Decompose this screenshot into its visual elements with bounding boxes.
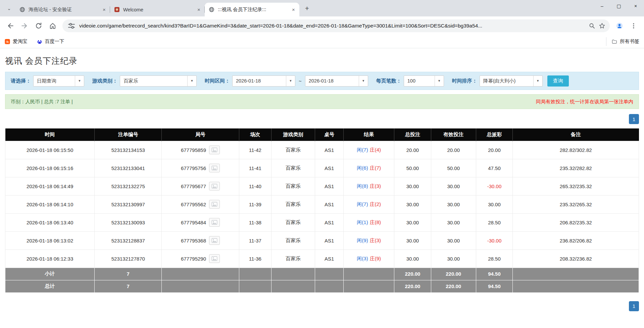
page-size-select[interactable]: 100 ▼ — [404, 75, 444, 87]
menu-icon[interactable] — [627, 19, 641, 33]
result-player: 闲(6) — [357, 165, 368, 171]
column-header: 结果 — [344, 128, 394, 141]
cell-valid-bet: 30.00 — [431, 231, 476, 250]
cell-payout: 28.50 — [476, 213, 513, 231]
site-settings-icon[interactable] — [67, 21, 76, 30]
cell-payout: -30.00 — [476, 231, 513, 250]
url-text[interactable]: videoie.com/game/betrecord_search/kind3?… — [79, 23, 482, 29]
browser-tab[interactable]: 海燕论坛 - 安全验证× — [15, 3, 110, 16]
cell-round: 677795859 — [162, 141, 239, 159]
cell-total-bet[interactable]: 50.00 — [394, 159, 431, 177]
tab-close-icon[interactable]: × — [290, 6, 297, 13]
total-total-bet: 220.00 — [394, 280, 431, 292]
cell-time: 2026-01-18 06:15:16 — [5, 159, 95, 177]
summary-bar: 币别：人民币 | 总共 :7 注单 | 同局有效投注，统一计算在该局第一张注单内 — [5, 94, 639, 109]
bookmark-label: 百度一下 — [45, 38, 64, 45]
tab-close-icon[interactable]: × — [101, 6, 107, 13]
cell-result: 闲(7)庄(2) — [344, 195, 394, 213]
bookmark-item[interactable]: 淘爱淘宝 — [5, 38, 28, 45]
column-header: 桌号 — [315, 128, 344, 141]
cell-note: 206.82/235.32 — [513, 213, 639, 231]
zoom-icon[interactable] — [587, 21, 597, 31]
round-replay-icon[interactable] — [209, 164, 220, 172]
result-banker: 庄(3) — [370, 183, 381, 189]
result-banker: 庄(3) — [370, 237, 381, 243]
cell-result: 闲(8)庄(3) — [344, 177, 394, 195]
cell-table: AS1 — [315, 250, 344, 268]
baidu-icon — [37, 39, 42, 44]
cell-session: 11-41 — [239, 159, 271, 177]
total-valid-bet: 220.00 — [431, 280, 476, 292]
cell-round: 677795368 — [162, 231, 239, 250]
round-replay-icon[interactable] — [209, 182, 220, 190]
round-replay-icon[interactable] — [209, 218, 220, 227]
browser-tab[interactable]: :::视讯 会员下注纪录:::× — [205, 3, 299, 16]
cell-bet-id: 523132132275 — [95, 177, 162, 195]
cell-time: 2026-01-18 06:14:10 — [5, 195, 95, 213]
round-replay-icon[interactable] — [209, 236, 220, 245]
pagination-page-1-button[interactable]: 1 — [629, 114, 639, 124]
profile-icon[interactable] — [612, 19, 627, 33]
all-bookmarks-label: 所有书签 — [620, 38, 639, 45]
search-button[interactable]: 查询 — [547, 75, 569, 87]
result-player: 闲(9) — [357, 237, 368, 243]
cell-total-bet[interactable]: 30.00 — [394, 250, 431, 268]
round-number: 677795368 — [181, 238, 206, 243]
address-bar[interactable]: videoie.com/game/betrecord_search/kind3?… — [62, 19, 610, 32]
date-end-select[interactable]: 2026-01-18 ▼ — [305, 75, 368, 87]
bookmark-item[interactable]: 百度一下 — [37, 38, 64, 45]
cell-table: AS1 — [315, 141, 344, 159]
round-replay-icon[interactable] — [209, 200, 220, 209]
pagination-page-1-button[interactable]: 1 — [629, 301, 639, 311]
browser-tab[interactable]: Welcome× — [110, 3, 205, 16]
total-count: 7 — [95, 280, 162, 292]
cell-round: 677795290 — [162, 250, 239, 268]
subtotal-row: 小计 7 220.00 220.00 94.50 — [5, 268, 639, 280]
back-button[interactable] — [3, 19, 17, 33]
globe-icon — [209, 7, 214, 12]
bookmark-star-icon[interactable] — [597, 21, 607, 31]
close-button[interactable]: × — [627, 0, 644, 12]
cell-payout: 30.00 — [476, 195, 513, 213]
round-replay-icon[interactable] — [209, 254, 220, 263]
cell-total-bet[interactable]: 30.00 — [394, 195, 431, 213]
date-start-select[interactable]: 2026-01-18 ▼ — [232, 75, 295, 87]
cell-time: 2026-01-18 06:14:49 — [5, 177, 95, 195]
maximize-button[interactable]: ▢ — [610, 0, 627, 12]
column-header: 总投注 — [394, 128, 431, 141]
query-type-select[interactable]: 日期查询 ▼ — [33, 75, 84, 87]
cell-note: 235.32/282.82 — [513, 159, 639, 177]
cell-total-bet[interactable]: 20.00 — [394, 141, 431, 159]
result-banker: 庄(7) — [370, 165, 381, 171]
sort-order-select[interactable]: 降幂(由大到小) ▼ — [480, 75, 543, 87]
cell-valid-bet: 30.00 — [431, 177, 476, 195]
cell-round: 677795756 — [162, 159, 239, 177]
result-player: 闲(7) — [357, 201, 368, 207]
table-row: 2026-01-18 06:15:50 523132134153 6777958… — [5, 141, 639, 159]
table-row: 2026-01-18 06:14:10 523132130997 6777955… — [5, 195, 639, 213]
cell-total-bet[interactable]: 30.00 — [394, 213, 431, 231]
folder-icon — [612, 39, 617, 44]
game-type-select[interactable]: 百家乐 ▼ — [120, 75, 197, 87]
cell-session: 11-36 — [239, 250, 271, 268]
cell-table: AS1 — [315, 195, 344, 213]
tab-close-icon[interactable]: × — [196, 6, 202, 13]
cell-session: 11-37 — [239, 231, 271, 250]
all-bookmarks-button[interactable]: 所有书签 — [606, 37, 639, 46]
cell-total-bet[interactable]: 30.00 — [394, 231, 431, 250]
cell-note: 282.82/302.82 — [513, 141, 639, 159]
round-replay-icon[interactable] — [209, 146, 220, 154]
minimize-button[interactable]: – — [594, 0, 610, 12]
page-title: 视讯 会员下注纪录 — [5, 55, 639, 66]
forward-button[interactable] — [17, 19, 32, 33]
filter-bar: 请选择： 日期查询 ▼ 游戏类别： 百家乐 ▼ 时间区间： 2026-01-18… — [5, 72, 639, 90]
bet-record-table: 时间注单编号局号场次游戏类别桌号结果总投注有效投注总派彩备注 2026-01-1… — [5, 128, 639, 293]
total-row: 总计 7 220.00 220.00 94.50 — [5, 280, 639, 292]
home-button[interactable] — [46, 19, 60, 33]
refresh-button[interactable] — [32, 19, 46, 33]
tab-search-button[interactable]: ⌄ — [4, 3, 14, 13]
cell-total-bet[interactable]: 30.00 — [394, 177, 431, 195]
new-tab-button[interactable]: + — [302, 3, 312, 13]
round-number: 677795484 — [181, 220, 206, 225]
column-header: 时间 — [5, 128, 95, 141]
